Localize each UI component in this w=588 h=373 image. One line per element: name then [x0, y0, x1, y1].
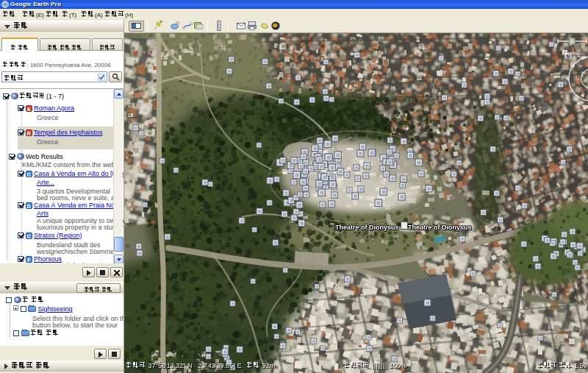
svg-text:N: N	[567, 54, 570, 59]
